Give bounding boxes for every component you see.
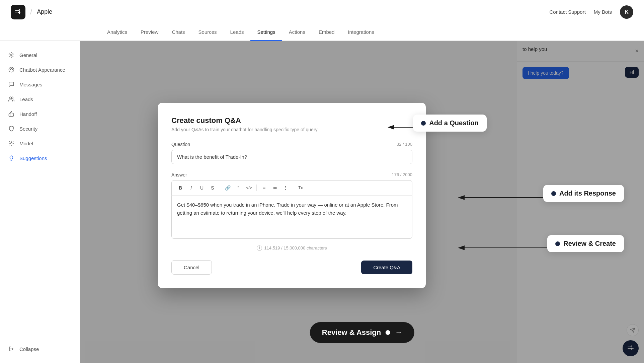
review-assign-arrow-icon: → [395, 328, 402, 337]
model-icon [8, 140, 15, 147]
nav-tabs: Analytics Preview Chats Sources Leads Se… [0, 24, 644, 41]
modal-subtitle: Add your Q&As to train your chatbot for … [171, 127, 412, 132]
question-input[interactable] [171, 150, 412, 164]
tab-actions[interactable]: Actions [282, 24, 312, 41]
sidebar-item-chatbot-appearance[interactable]: Chatbot Appearance [0, 62, 80, 77]
app-name: Apple [37, 8, 52, 15]
header-left: / Apple [11, 5, 52, 19]
toolbar-ordered-list[interactable]: ≔ [270, 183, 279, 193]
modal-title: Create custom Q&A [171, 116, 412, 125]
answer-textarea[interactable]: Get $40–$650 when you trade in an iPhone… [171, 196, 412, 239]
tab-embed[interactable]: Embed [312, 24, 341, 41]
answer-field-header: Answer 176 / 2000 [171, 172, 412, 177]
add-question-callout: Add a Question [413, 115, 487, 132]
toolbar-strikethrough[interactable]: S [208, 183, 217, 193]
info-text: 114,519 / 15,000,000 characters [264, 245, 327, 250]
header-right: Contact Support My Bots K [549, 5, 633, 19]
toolbar-quote[interactable]: " [234, 183, 243, 193]
contact-support-link[interactable]: Contact Support [549, 9, 585, 15]
shield-icon [8, 125, 15, 132]
sidebar-item-leads[interactable]: Leads [0, 92, 80, 106]
sidebar: General Chatbot Appearance Messages [0, 41, 80, 363]
tab-settings[interactable]: Settings [250, 24, 282, 41]
sidebar-item-general[interactable]: General [0, 48, 80, 62]
question-char-count: 32 / 100 [397, 142, 412, 147]
tab-sources[interactable]: Sources [192, 24, 224, 41]
logo-icon [11, 5, 25, 19]
create-qna-button[interactable]: Create Q&A [361, 261, 412, 274]
toolbar-align[interactable]: ≡ [259, 183, 269, 193]
tab-preview[interactable]: Preview [134, 24, 165, 41]
sidebar-item-model[interactable]: Model [0, 136, 80, 151]
svg-point-0 [11, 54, 12, 56]
main-layout: General Chatbot Appearance Messages [0, 41, 644, 363]
callout-text-create: Review & Create [563, 240, 616, 247]
sidebar-item-messages[interactable]: Messages [0, 77, 80, 92]
answer-toolbar: B I U S 🔗 " </> ≡ ≔ ⋮ Tx [171, 180, 412, 196]
toolbar-clear-format[interactable]: Tx [296, 183, 305, 193]
create-qna-modal: Create custom Q&A Add your Q&As to train… [158, 103, 426, 288]
sidebar-label-leads: Leads [19, 96, 33, 102]
collapse-icon [8, 346, 15, 352]
svg-point-4 [12, 69, 13, 69]
sidebar-label-security: Security [19, 126, 37, 132]
toolbar-italic[interactable]: I [186, 183, 196, 193]
content-area: to help you × I help you today? Hi [80, 41, 644, 363]
callout-dot-question [421, 121, 426, 126]
sidebar-label-chatbot-appearance: Chatbot Appearance [19, 67, 65, 73]
sidebar-items: General Chatbot Appearance Messages [0, 48, 80, 165]
tab-integrations[interactable]: Integrations [341, 24, 381, 41]
users-icon [8, 96, 15, 102]
collapse-label: Collapse [19, 346, 39, 352]
svg-point-6 [11, 143, 12, 144]
tab-analytics[interactable]: Analytics [100, 24, 134, 41]
header: / Apple Contact Support My Bots K [0, 0, 644, 24]
lightbulb-icon [8, 155, 15, 161]
my-bots-link[interactable]: My Bots [594, 9, 612, 15]
toolbar-link[interactable]: 🔗 [223, 183, 232, 193]
header-separator: / [30, 8, 32, 16]
review-assign-bar[interactable]: Review & Assign → [310, 322, 414, 343]
toolbar-sep-3 [293, 185, 293, 191]
gear-icon [8, 52, 15, 58]
callout-text-question: Add a Question [429, 119, 479, 127]
toolbar-sep-2 [256, 185, 257, 191]
toolbar-unordered-list[interactable]: ⋮ [281, 183, 290, 193]
sidebar-item-security[interactable]: Security [0, 121, 80, 136]
palette-icon [8, 66, 15, 73]
sidebar-item-suggestions[interactable]: Suggestions [0, 151, 80, 165]
add-response-callout: Add its Response [543, 185, 624, 202]
toolbar-sep-1 [220, 185, 220, 191]
modal-footer: Cancel Create Q&A [171, 260, 412, 275]
toolbar-code[interactable]: </> [244, 183, 254, 193]
sidebar-item-handoff[interactable]: Handoff [0, 106, 80, 121]
sidebar-label-suggestions: Suggestions [19, 155, 47, 161]
tab-chats[interactable]: Chats [165, 24, 191, 41]
callout-text-response: Add its Response [559, 190, 616, 197]
callout-dot-response [551, 191, 556, 196]
sidebar-collapse[interactable]: Collapse [8, 346, 72, 352]
handoff-icon [8, 111, 15, 117]
sidebar-bottom: Collapse [0, 342, 80, 356]
review-assign-dot [386, 330, 390, 335]
question-label: Question [171, 142, 190, 147]
answer-char-count: 176 / 2000 [392, 172, 412, 177]
modal-overlay: Create custom Q&A Add your Q&As to train… [80, 41, 644, 363]
cancel-button[interactable]: Cancel [171, 260, 212, 275]
info-bar: i 114,519 / 15,000,000 characters [171, 245, 412, 251]
toolbar-underline[interactable]: U [197, 183, 207, 193]
svg-point-3 [11, 68, 12, 69]
answer-section: Answer 176 / 2000 B I U S 🔗 " </> ≡ [171, 172, 412, 240]
review-create-callout: Review & Create [547, 235, 624, 252]
callout-dot-create [555, 241, 560, 246]
svg-point-5 [10, 97, 12, 99]
info-icon: i [257, 245, 262, 251]
question-field-header: Question 32 / 100 [171, 142, 412, 147]
toolbar-bold[interactable]: B [176, 183, 185, 193]
review-assign-label: Review & Assign [322, 328, 381, 337]
tab-leads[interactable]: Leads [224, 24, 251, 41]
sidebar-label-handoff: Handoff [19, 111, 37, 117]
message-icon [8, 81, 15, 88]
answer-label: Answer [171, 172, 187, 177]
avatar[interactable]: K [620, 5, 633, 19]
